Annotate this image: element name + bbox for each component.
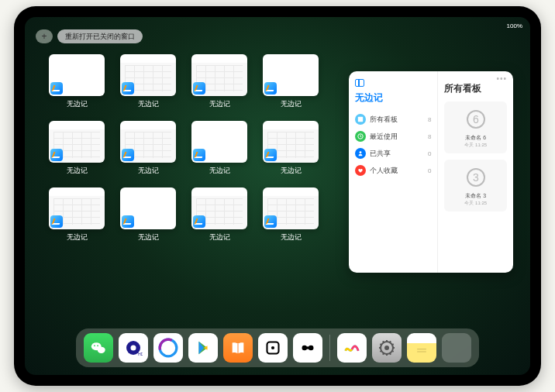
svg-point-17	[271, 346, 274, 349]
dock-camera-icon[interactable]	[293, 333, 322, 363]
app-thumbnail[interactable]: 无边记	[189, 54, 250, 116]
board-preview: 6	[460, 106, 491, 132]
dock-folder-icon[interactable]	[442, 333, 471, 363]
app-thumbnail[interactable]: 无边记	[189, 121, 250, 183]
svg-point-9	[94, 345, 95, 346]
sidebar-item-label: 所有看板	[370, 115, 398, 125]
heart-icon	[355, 165, 366, 176]
freeform-app-icon	[50, 82, 63, 95]
status-battery: 100%	[507, 22, 522, 29]
thumbnail-label: 无边记	[138, 166, 159, 176]
app-thumbnail[interactable]: 无边记	[47, 121, 107, 183]
svg-point-2	[360, 151, 362, 153]
sidebar-item[interactable]: 所有看板8	[355, 111, 431, 128]
sidebar-item-label: 个人收藏	[370, 166, 398, 176]
freeform-app-icon	[193, 215, 205, 228]
app-thumbnail[interactable]: 无边记	[260, 54, 321, 116]
freeform-app-icon	[50, 149, 63, 161]
thumbnail-label: 无边记	[138, 232, 159, 242]
thumbnail-label: 无边记	[209, 232, 230, 242]
dock-freeform-icon[interactable]	[337, 333, 367, 363]
thumbnail-label: 无边记	[209, 99, 230, 109]
svg-text:3: 3	[473, 171, 479, 184]
thumbnail-preview	[120, 121, 176, 163]
svg-line-28	[390, 352, 391, 355]
panel-app-title: 无边记	[355, 91, 431, 105]
app-thumbnail[interactable]: 无边记	[118, 54, 178, 116]
svg-line-24	[390, 341, 391, 343]
app-switcher-grid: 无边记无边记无边记无边记无边记无边记无边记无边记无边记无边记无边记无边记	[47, 54, 321, 249]
app-thumbnail[interactable]: 无边记	[47, 187, 107, 249]
thumbnail-preview	[191, 54, 247, 96]
thumbnail-preview	[191, 121, 247, 163]
thumbnail-label: 无边记	[281, 99, 302, 109]
svg-line-34	[383, 341, 384, 343]
board-time: 今天 11:25	[464, 200, 487, 207]
dock-quark-icon[interactable]: HD	[119, 333, 148, 363]
sidebar-item-count: 8	[428, 116, 431, 123]
svg-point-10	[97, 345, 98, 346]
freeform-app-icon	[122, 149, 134, 161]
freeform-app-panel[interactable]: 无边记 所有看板8最近使用8已共享0个人收藏0 ••• 所有看板 6未命名 6今…	[349, 71, 513, 273]
panel-sidebar: 无边记 所有看板8最近使用8已共享0个人收藏0	[349, 71, 438, 273]
sidebar-item[interactable]: 已共享0	[355, 145, 431, 162]
dock-settings-icon[interactable]	[372, 333, 402, 363]
svg-rect-20	[306, 346, 309, 349]
more-icon[interactable]: •••	[496, 74, 507, 83]
board-time: 今天 11:25	[464, 142, 487, 149]
person-icon	[355, 148, 366, 159]
dock-wechat-icon[interactable]	[84, 333, 113, 363]
dock: HD	[76, 328, 479, 367]
new-window-button[interactable]: +	[36, 29, 53, 43]
app-thumbnail[interactable]: 无边记	[118, 187, 178, 249]
panel-section-title: 所有看板	[444, 82, 507, 95]
dock-books-icon[interactable]	[223, 333, 253, 363]
sidebar-item[interactable]: 最近使用8	[355, 128, 431, 145]
board-card[interactable]: 6未命名 6今天 11:25	[444, 101, 507, 153]
board-name: 未命名 6	[465, 134, 486, 142]
thumbnail-preview	[49, 54, 105, 96]
thumbnail-label: 无边记	[67, 166, 88, 176]
freeform-app-icon	[50, 215, 63, 228]
thumbnail-preview	[49, 121, 105, 163]
svg-point-22	[384, 346, 389, 350]
reopen-closed-window-button[interactable]: 重新打开已关闭的窗口	[57, 29, 143, 43]
top-controls: + 重新打开已关闭的窗口	[36, 29, 143, 43]
dock-notes-icon[interactable]	[407, 333, 436, 363]
dock-qq-icon[interactable]	[153, 333, 183, 363]
clock-icon	[355, 131, 366, 142]
svg-line-30	[383, 352, 384, 355]
thumbnail-preview	[191, 187, 247, 229]
svg-line-31	[380, 351, 382, 352]
svg-point-19	[309, 346, 314, 351]
sidebar-item-count: 0	[428, 167, 431, 174]
freeform-app-icon	[122, 215, 134, 228]
screen: 100% + 重新打开已关闭的窗口 无边记无边记无边记无边记无边记无边记无边记无…	[25, 17, 530, 375]
app-thumbnail[interactable]: 无边记	[189, 187, 250, 249]
svg-point-18	[302, 346, 308, 351]
thumbnail-label: 无边记	[67, 232, 88, 242]
sidebar-item-label: 已共享	[370, 149, 391, 159]
thumbnail-label: 无边记	[209, 166, 230, 176]
app-thumbnail[interactable]: 无边记	[118, 121, 178, 183]
freeform-app-icon	[264, 149, 277, 161]
sidebar-item-count: 0	[428, 150, 431, 157]
svg-text:6: 6	[473, 113, 479, 126]
freeform-app-icon	[193, 82, 205, 95]
app-thumbnail[interactable]: 无边记	[260, 121, 321, 183]
sidebar-item[interactable]: 个人收藏0	[355, 162, 431, 179]
dock-dice-icon[interactable]	[258, 333, 288, 363]
sidebar-toggle-icon[interactable]	[355, 79, 364, 87]
freeform-app-icon	[264, 82, 277, 95]
dock-play-icon[interactable]	[188, 333, 218, 363]
thumbnail-label: 无边记	[138, 99, 159, 109]
board-name: 未命名 3	[465, 192, 486, 200]
app-thumbnail[interactable]: 无边记	[260, 187, 321, 249]
board-card[interactable]: 3未命名 3今天 11:25	[444, 160, 507, 211]
svg-rect-0	[358, 117, 363, 122]
thumbnail-preview	[49, 187, 105, 229]
thumbnail-label: 无边记	[281, 232, 302, 242]
thumbnail-preview	[263, 121, 319, 163]
app-thumbnail[interactable]: 无边记	[47, 54, 107, 116]
panel-content: ••• 所有看板 6未命名 6今天 11:253未命名 3今天 11:25	[438, 71, 513, 273]
